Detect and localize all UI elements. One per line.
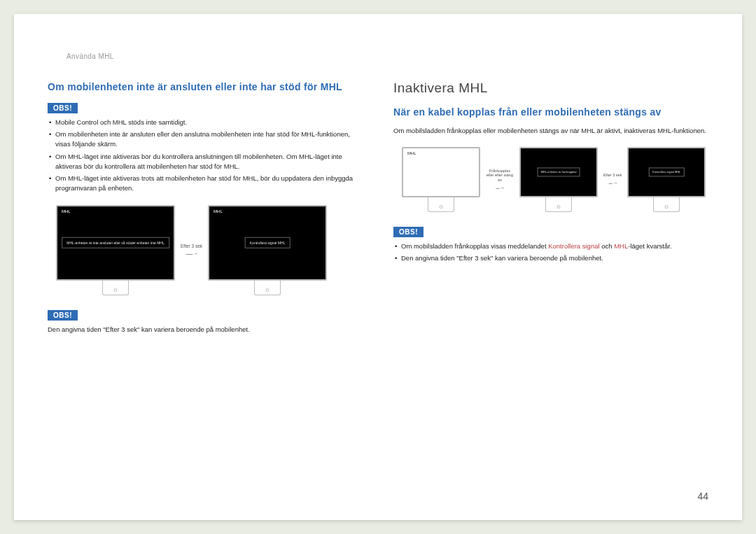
page: Använda MHL Om mobilenheten inte är ansl… bbox=[14, 14, 742, 520]
left-column: Om mobilenheten inte är ansluten eller i… bbox=[48, 80, 363, 342]
right-intro: Om mobilsladden frånkopplas eller mobile… bbox=[393, 126, 708, 136]
arrow-label: Frånkopplas eller efter stäng av bbox=[486, 169, 514, 183]
monitor-1: MHL MHL-enheten är inte ansluten eller s… bbox=[56, 205, 175, 295]
monitor-r1: MHL bbox=[402, 147, 480, 212]
monitor-label: MHL bbox=[214, 209, 223, 213]
monitor-message: Kontrollera signal MHL bbox=[649, 168, 684, 177]
page-number: 44 bbox=[697, 491, 708, 502]
list-item: Om mobilenheten inte är ansluten eller d… bbox=[49, 129, 363, 150]
obs-badge: OBS! bbox=[393, 227, 424, 237]
transition-arrow: Efter 3 sek ---→ bbox=[603, 173, 622, 186]
right-heading: När en kabel kopplas från eller mobilenh… bbox=[393, 106, 708, 119]
monitor-row-left: MHL MHL-enheten är inte ansluten eller s… bbox=[56, 205, 363, 295]
monitor-r3: Kontrollera signal MHL bbox=[627, 147, 706, 212]
arrow-label: Efter 3 sek bbox=[181, 244, 202, 248]
obs-badge: OBS! bbox=[48, 310, 78, 321]
transition-arrow: Frånkopplas eller efter stäng av ---→ bbox=[486, 169, 514, 191]
arrow-icon: ---→ bbox=[496, 185, 504, 191]
monitor-r2: MHL-enheten är frånkopplad bbox=[519, 147, 598, 212]
monitor-message: MHL-enheten är frånkopplad bbox=[538, 168, 580, 177]
list-item: Om mobilsladden frånkopplas visas meddel… bbox=[395, 241, 708, 251]
right-column: Inaktivera MHL När en kabel kopplas från… bbox=[393, 80, 708, 342]
section-title: Inaktivera MHL bbox=[393, 80, 708, 96]
right-bullet-list: Om mobilsladden frånkopplas visas meddel… bbox=[393, 241, 708, 264]
transition-arrow: Efter 3 sek ------→ bbox=[181, 244, 202, 257]
left-bullet-list-1: Mobile Control och MHL stöds inte samtid… bbox=[48, 118, 363, 194]
breadcrumb: Använda MHL bbox=[66, 52, 114, 60]
list-item: Mobile Control och MHL stöds inte samtid… bbox=[49, 118, 363, 127]
list-item: Om MHL-läget inte aktiveras bör du kontr… bbox=[49, 152, 363, 172]
obs-badge: OBS! bbox=[48, 103, 78, 113]
monitor-row-right: MHL Frånkopplas eller efter stäng av ---… bbox=[402, 147, 708, 212]
list-item: Om MHL-läget inte aktiveras trots att mo… bbox=[49, 174, 363, 194]
highlight-text: Kontrollera signal bbox=[548, 242, 599, 250]
monitor-label: MHL bbox=[407, 151, 416, 155]
list-item: Den angivna tiden "Efter 3 sek" kan vari… bbox=[395, 253, 708, 263]
arrow-icon: ------→ bbox=[186, 251, 197, 257]
arrow-icon: ---→ bbox=[608, 180, 617, 186]
left-heading: Om mobilenheten inte är ansluten eller i… bbox=[48, 80, 363, 94]
monitor-2: MHL Kontrollera signal MHL bbox=[208, 205, 327, 295]
arrow-label: Efter 3 sek bbox=[603, 173, 622, 178]
monitor-label: MHL bbox=[62, 209, 71, 213]
monitor-message: Kontrollera signal MHL bbox=[245, 237, 290, 248]
left-note: Den angivna tiden "Efter 3 sek" kan vari… bbox=[48, 325, 363, 335]
content-columns: Om mobilenheten inte är ansluten eller i… bbox=[48, 80, 708, 342]
monitor-message: MHL-enheten är inte ansluten eller så st… bbox=[62, 237, 169, 248]
highlight-text: MHL bbox=[614, 242, 628, 250]
